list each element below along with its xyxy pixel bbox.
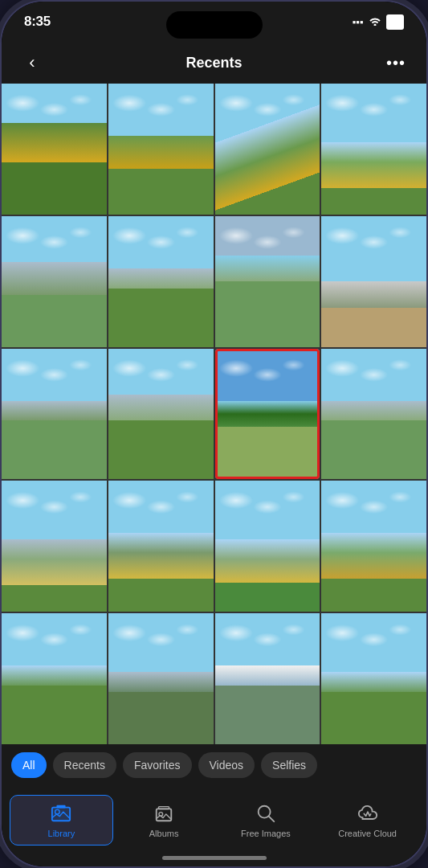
nav-free-images[interactable]: Free Images <box>215 796 317 845</box>
photo-cell-1[interactable] <box>2 84 107 215</box>
photo-cell-16[interactable] <box>321 481 426 612</box>
filter-selfies[interactable]: Selfies <box>261 752 317 778</box>
home-indicator <box>162 856 267 860</box>
photo-cell-15[interactable] <box>215 481 320 612</box>
svg-rect-5 <box>159 806 169 809</box>
photo-cell-7[interactable] <box>215 216 320 347</box>
photo-cell-10[interactable] <box>108 349 214 480</box>
more-button[interactable]: ••• <box>381 48 410 77</box>
photo-cell-4[interactable] <box>321 84 426 215</box>
nav-albums-label: Albums <box>149 829 179 838</box>
photo-cell-14[interactable] <box>108 481 214 612</box>
dynamic-island <box>166 11 263 39</box>
photo-cell-19[interactable] <box>215 613 320 744</box>
svg-line-8 <box>269 816 275 821</box>
nav-creative-cloud[interactable]: Creative Cloud <box>316 796 418 845</box>
photo-cell-18[interactable] <box>108 613 214 744</box>
phone-frame: 8:35 ▪▪▪ 29 ‹ Recents ••• <box>0 0 428 868</box>
nav-library-label: Library <box>48 829 75 838</box>
nav-free-images-label: Free Images <box>241 829 291 838</box>
phone-screen: 8:35 ▪▪▪ 29 ‹ Recents ••• <box>2 2 426 866</box>
filter-recents[interactable]: Recents <box>53 752 116 778</box>
signal-icon: ▪▪▪ <box>353 16 364 28</box>
photo-grid <box>2 84 426 744</box>
nav-library[interactable]: Library <box>10 795 113 845</box>
photo-cell-3[interactable] <box>215 84 320 215</box>
svg-rect-3 <box>57 805 66 808</box>
photo-cell-20[interactable] <box>321 613 426 744</box>
battery-icon: 29 <box>386 14 404 30</box>
library-icon <box>50 802 72 825</box>
filter-all[interactable]: All <box>11 752 47 778</box>
photo-cell-13[interactable] <box>2 481 107 612</box>
bottom-nav: Library Albums <box>2 786 426 866</box>
wifi-icon <box>369 16 381 28</box>
photo-cell-9[interactable] <box>2 349 107 480</box>
photo-cell-12[interactable] <box>321 349 426 480</box>
status-time: 8:35 <box>24 14 51 30</box>
photo-cell-17[interactable] <box>2 613 107 744</box>
status-icons: ▪▪▪ 29 <box>353 14 404 30</box>
back-button[interactable]: ‹ <box>18 48 47 77</box>
search-icon <box>255 802 277 825</box>
albums-icon <box>153 802 175 825</box>
photo-cell-8[interactable] <box>321 216 426 347</box>
filter-bar: All Recents Favorites Videos Selfies <box>2 744 426 786</box>
filter-videos[interactable]: Videos <box>198 752 255 778</box>
photo-cell-11-highlighted[interactable] <box>215 349 320 480</box>
filter-favorites[interactable]: Favorites <box>123 752 192 778</box>
nav-albums[interactable]: Albums <box>113 796 215 845</box>
header: ‹ Recents ••• <box>2 42 426 84</box>
photo-cell-5[interactable] <box>2 216 107 347</box>
creative-cloud-icon <box>357 802 379 825</box>
photo-cell-2[interactable] <box>108 84 214 215</box>
page-title: Recents <box>185 55 242 72</box>
nav-creative-cloud-label: Creative Cloud <box>338 829 397 838</box>
photo-cell-6[interactable] <box>108 216 214 347</box>
